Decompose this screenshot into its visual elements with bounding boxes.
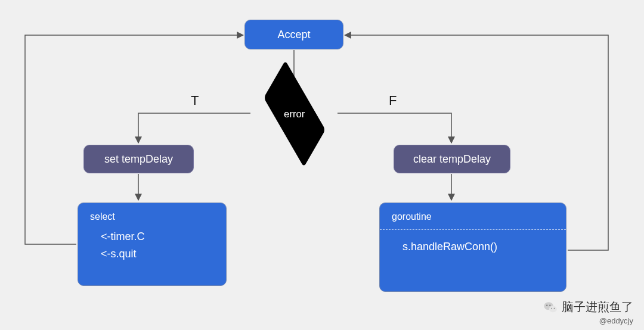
edge-label-false: F [389,93,397,108]
flowchart-canvas: Accept error T F set tempDelay clear tem… [0,0,644,330]
node-accept-label: Accept [277,29,310,41]
node-error-decision: error [264,60,326,167]
node-clear-tempdelay-label: clear tempDelay [413,153,491,166]
svg-point-8 [554,307,555,309]
node-clear-tempdelay: clear tempDelay [394,145,510,173]
svg-point-4 [549,306,557,312]
node-select: select <-timer.C <-s.quit [78,203,227,286]
watermark-handle: @eddycjy [599,316,633,325]
wechat-icon [543,300,558,315]
node-select-line-2: <-s.quit [101,248,214,260]
svg-point-6 [549,304,550,306]
node-set-tempdelay: set tempDelay [83,145,194,173]
svg-point-7 [551,307,552,309]
edge-label-true: T [191,93,199,108]
node-select-title: select [90,211,214,222]
node-goroutine-line: s.handleRawConn() [402,241,554,253]
watermark: 脑子进煎鱼了 @eddycjy [543,299,633,325]
node-set-tempdelay-label: set tempDelay [104,153,173,166]
node-goroutine: goroutine s.handleRawConn() [379,203,566,292]
node-accept: Accept [244,20,343,49]
node-error-label: error [284,108,305,119]
node-goroutine-title: goroutine [380,211,566,230]
node-select-line-1: <-timer.C [101,231,214,243]
watermark-text: 脑子进煎鱼了 [562,299,633,315]
svg-point-5 [546,304,547,306]
